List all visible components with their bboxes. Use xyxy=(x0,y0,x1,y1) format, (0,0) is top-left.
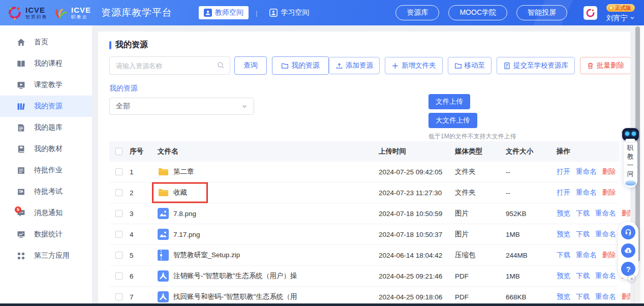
search-input[interactable] xyxy=(109,56,230,75)
toolbar-actions: 添加资源新增文件夹移动至提交至学校资源库批量删除 xyxy=(329,57,630,74)
row-action[interactable]: 重命名 xyxy=(595,230,616,239)
row-checkbox-cell xyxy=(109,293,130,300)
row-action[interactable]: 删除 xyxy=(602,251,616,260)
sidebar-item-pending-exams[interactable]: 待批考试 xyxy=(0,181,92,202)
nav-pill-smart-casting[interactable]: 智能投屏 xyxy=(516,5,567,20)
sidebar-item-label: 第三方应用 xyxy=(34,251,70,260)
row-actions: 预览下载重命名删除 xyxy=(557,209,630,218)
row-action[interactable]: 删除 xyxy=(622,209,631,218)
row-action[interactable]: 下载 xyxy=(576,230,590,239)
sidebar: 首页我的课程课堂教学我的资源我的题库我的教材待批作业待批考试5消息通知数据统计第… xyxy=(0,25,92,303)
help-icon[interactable]: ? xyxy=(621,262,635,276)
sidebar-item-my-textbooks[interactable]: 我的教材 xyxy=(0,138,92,160)
row-actions: 打开重命名删除 xyxy=(557,167,622,176)
row-checkbox[interactable] xyxy=(115,272,122,280)
nav-pill-mooc-academy[interactable]: MOOC学院 xyxy=(448,5,507,20)
sidebar-item-label: 我的资源 xyxy=(34,102,63,111)
row-checkbox[interactable] xyxy=(115,210,122,217)
row-checkbox[interactable] xyxy=(115,189,122,196)
chevron-down-icon xyxy=(241,103,248,109)
row-checkbox[interactable] xyxy=(115,252,122,259)
file-name[interactable]: 智慧教研室_Setup.zip xyxy=(173,251,240,260)
file-name[interactable]: 收藏 xyxy=(173,188,187,197)
media-type: 图片 xyxy=(455,209,506,218)
row-action[interactable]: 预览 xyxy=(557,271,570,281)
row-checkbox[interactable] xyxy=(115,293,122,300)
row-action[interactable]: 重命名 xyxy=(576,251,597,260)
user-name: 刘宵宁 xyxy=(606,14,628,21)
image-icon xyxy=(158,229,169,240)
sidebar-item-notifications[interactable]: 5消息通知 xyxy=(0,202,92,224)
row-action[interactable]: 重命名 xyxy=(576,188,597,197)
row-action[interactable]: 删除 xyxy=(622,292,631,301)
file-name[interactable]: 7.8.png xyxy=(173,210,196,218)
large-file-upload-button[interactable]: 大文件上传 xyxy=(428,113,477,128)
submit-doc-icon xyxy=(503,62,511,70)
tab-learning-space[interactable]: 学习空间 xyxy=(264,6,314,19)
file-name-cell: 第二章 xyxy=(158,166,379,177)
row-action[interactable]: 下载 xyxy=(576,271,590,281)
my-resources-button[interactable]: 我的资源 xyxy=(272,56,329,75)
batch-delete-button[interactable]: 批量删除 xyxy=(580,57,630,74)
user-menu[interactable]: 正式版 刘宵宁 xyxy=(606,4,635,21)
row-action[interactable]: 删除 xyxy=(602,167,616,176)
new-folder-button[interactable]: 新增文件夹 xyxy=(385,57,443,74)
file-name[interactable]: 找回账号和密码-"智慧职教"生态系统（用 xyxy=(173,292,297,301)
row-action[interactable]: 预览 xyxy=(557,230,570,239)
file-name-cell: 收藏 xyxy=(158,187,379,198)
header-right: 资源库MOOC学院智能投屏 正式版 刘宵宁 xyxy=(395,4,635,21)
media-type: 文件夹 xyxy=(455,188,506,197)
type-filter-select[interactable]: 全部 xyxy=(109,98,254,115)
close-icon[interactable]: × xyxy=(627,274,636,283)
customer-service-icon xyxy=(624,228,632,236)
row-action[interactable]: 重命名 xyxy=(576,167,597,176)
nav-pill-resource-library[interactable]: 资源库 xyxy=(395,5,439,20)
row-action[interactable]: 预览 xyxy=(557,209,570,218)
row-action[interactable]: 打开 xyxy=(557,188,570,197)
add-resource-button[interactable]: 添加资源 xyxy=(329,57,380,74)
message-icon: 5 xyxy=(17,209,25,218)
learning-space-icon xyxy=(269,9,278,17)
row-action[interactable]: 删除 xyxy=(602,188,616,197)
button-label: 移动至 xyxy=(465,61,485,70)
query-button[interactable]: 查询 xyxy=(234,56,267,75)
sidebar-item-my-resources[interactable]: 我的资源 xyxy=(0,96,92,117)
file-size: 1MB xyxy=(506,231,557,238)
column-header: 上传时间 xyxy=(379,147,455,156)
row-action[interactable]: 打开 xyxy=(557,167,570,176)
sidebar-item-label: 消息通知 xyxy=(34,208,63,218)
row-action[interactable]: 下载 xyxy=(557,251,570,260)
submit-to-school-library-button[interactable]: 提交至学校资源库 xyxy=(497,57,575,74)
sidebar-item-label: 首页 xyxy=(34,38,48,47)
sidebar-item-classroom-teaching[interactable]: 课堂教学 xyxy=(0,74,92,96)
sidebar-item-my-courses[interactable]: 我的课程 xyxy=(0,53,92,74)
row-action[interactable]: 下载 xyxy=(576,292,590,301)
row-action[interactable]: 重命名 xyxy=(595,292,616,301)
customer-service-button[interactable] xyxy=(621,225,635,239)
row-action[interactable]: 下载 xyxy=(576,209,590,218)
file-name-cell: 7.8.png xyxy=(158,208,379,219)
sidebar-item-my-question-bank[interactable]: 我的题库 xyxy=(0,117,92,138)
file-name[interactable]: 第二章 xyxy=(173,167,194,176)
sidebar-item-pending-homework[interactable]: 待批作业 xyxy=(0,160,92,181)
row-action[interactable]: 重命名 xyxy=(595,271,616,281)
download-button[interactable] xyxy=(621,243,635,258)
assistant-widget[interactable]: 职教一问 xyxy=(621,128,639,188)
row-action[interactable]: 重命名 xyxy=(595,209,616,218)
upload-time: 2024-06-14 18:04:42 xyxy=(379,252,455,259)
avatar[interactable] xyxy=(584,6,597,20)
file-name[interactable]: 注销账号-"智慧职教"生态系统（用户）操 xyxy=(173,271,297,281)
robot-icon xyxy=(622,128,639,141)
row-checkbox[interactable] xyxy=(115,168,122,175)
file-upload-button[interactable]: 文件上传 xyxy=(428,94,470,109)
sidebar-item-statistics[interactable]: 数据统计 xyxy=(0,224,92,245)
move-to-button[interactable]: 移动至 xyxy=(448,57,492,74)
select-all-checkbox[interactable] xyxy=(115,148,122,155)
sidebar-item-third-party-apps[interactable]: 第三方应用 xyxy=(0,245,92,266)
tab-teacher-space[interactable]: 教师空间 xyxy=(199,6,249,19)
row-checkbox[interactable] xyxy=(115,231,122,238)
breadcrumb[interactable]: 我的资源 xyxy=(109,84,138,93)
row-action[interactable]: 预览 xyxy=(557,292,570,301)
file-name[interactable]: 7.17.png xyxy=(173,231,200,238)
sidebar-item-home[interactable]: 首页 xyxy=(0,32,92,53)
